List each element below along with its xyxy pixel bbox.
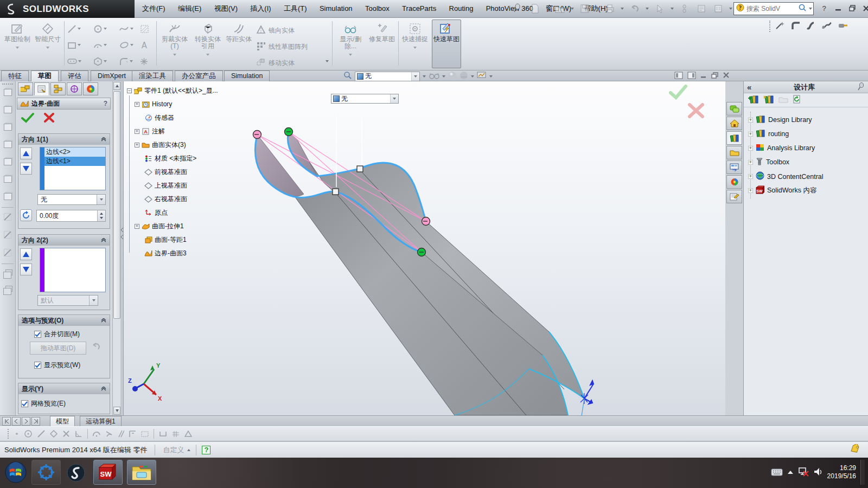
menu-routing[interactable]: Routing: [444, 0, 479, 17]
route-electrical-icon[interactable]: [838, 21, 848, 32]
tab-sketch[interactable]: 草图: [31, 70, 59, 81]
route-elbow-icon[interactable]: [791, 21, 801, 32]
menu-insert[interactable]: 插入(I): [245, 0, 276, 17]
save-icon[interactable]: [579, 3, 591, 15]
network-disconnected-icon[interactable]: [798, 467, 809, 478]
print-icon[interactable]: [604, 3, 616, 15]
doc-minimize-icon[interactable]: [700, 72, 707, 80]
snap-midpoint-icon[interactable]: [50, 430, 58, 438]
dir2-move-up-button[interactable]: [20, 248, 32, 260]
tip-constraint-arrows[interactable]: [580, 381, 593, 415]
taskbar-explorer-icon[interactable]: [127, 460, 156, 485]
snap-arc-icon[interactable]: [93, 430, 100, 438]
scroll-down-button[interactable]: [113, 407, 120, 415]
prev-tab-button[interactable]: [12, 417, 21, 426]
expand-box[interactable]: +: [748, 132, 753, 137]
view-orientation-icon[interactable]: [4, 89, 12, 96]
snap-grid-icon[interactable]: [172, 431, 180, 438]
start-button[interactable]: [4, 461, 27, 485]
move-up-button[interactable]: [20, 147, 32, 159]
tree-item-annotations[interactable]: + A 注解: [135, 126, 165, 136]
pin-menu-icon[interactable]: [513, 3, 521, 15]
appearances-tab[interactable]: [726, 175, 742, 189]
direction1-selection-list[interactable]: 边线<2> 边线<1>: [40, 147, 106, 190]
snap-center-icon[interactable]: [24, 429, 33, 438]
app-help-icon[interactable]: ?: [817, 3, 831, 14]
view-top-icon[interactable]: [4, 176, 12, 183]
scene-sphere-icon[interactable]: [459, 71, 468, 81]
move-down-button[interactable]: [20, 163, 32, 175]
show-desktop-button[interactable]: [860, 460, 865, 485]
search-magnifier-icon[interactable]: [799, 4, 807, 14]
fillet-tool-icon[interactable]: [119, 56, 133, 67]
mirror-entities-button[interactable]: 镜向实体: [256, 23, 295, 37]
rapid-sketch-button[interactable]: 快速草图: [432, 20, 461, 68]
search-options-caret[interactable]: [809, 8, 812, 10]
view-palette-tab[interactable]: [726, 160, 742, 174]
custom-properties-tab[interactable]: [726, 190, 742, 203]
smart-dimension-button[interactable]: 智能尺寸: [34, 20, 62, 68]
expand-box[interactable]: +: [748, 146, 753, 151]
show-preview-row[interactable]: 显示预览(W): [34, 361, 80, 370]
ime-keyboard-icon[interactable]: [771, 467, 783, 478]
show-preview-checkbox[interactable]: [34, 362, 41, 369]
snap-dashed-icon[interactable]: [141, 431, 149, 438]
scroll-up-button[interactable]: [113, 82, 120, 90]
design-library-tab[interactable]: [726, 131, 742, 145]
route-spline-icon[interactable]: [806, 21, 816, 32]
mesh-preview-row[interactable]: 网格预览(E): [21, 399, 66, 408]
model-canvas[interactable]: Y X Z: [124, 81, 725, 415]
display-header[interactable]: 显示(Y): [18, 383, 110, 394]
add-sketch-icon[interactable]: [4, 231, 11, 239]
snap-tangent-icon[interactable]: [105, 430, 113, 438]
tab-evaluate[interactable]: 评估: [61, 70, 88, 81]
menu-simulation[interactable]: Simulation: [314, 0, 358, 17]
menu-traceparts[interactable]: TraceParts: [397, 0, 442, 17]
appearance-combo[interactable]: 无: [355, 72, 420, 81]
file-explorer-tab[interactable]: [726, 146, 742, 159]
add-file-location-icon[interactable]: [763, 95, 774, 105]
shaded-sphere-icon[interactable]: [448, 71, 457, 81]
convert-entities-button[interactable]: 转换实体引用: [192, 20, 224, 68]
draft-angle-spinner[interactable]: 0.00度: [36, 210, 106, 222]
floating-condition-combo[interactable]: 无: [331, 94, 399, 104]
last-tab-button[interactable]: [31, 417, 40, 426]
direction2-header[interactable]: 方向 2(2): [18, 235, 110, 246]
snap-angle-icon[interactable]: [75, 430, 82, 438]
pm-scrollbar[interactable]: [112, 81, 120, 415]
volume-icon[interactable]: [813, 467, 823, 478]
minimize-icon[interactable]: [831, 3, 845, 14]
view-right-icon[interactable]: [4, 158, 12, 165]
lib-item-3dcontentcentral[interactable]: + 3D ContentCentral: [748, 171, 824, 182]
ellipse-tool-icon[interactable]: [119, 40, 133, 50]
lib-item-analysis-library[interactable]: + Analysis Library: [748, 143, 815, 153]
properties-icon[interactable]: [695, 3, 707, 15]
expand-box[interactable]: +: [748, 174, 753, 179]
taskbar-clock[interactable]: 16:29 2019/5/16: [827, 464, 856, 480]
resources-tab[interactable]: [726, 102, 742, 115]
model-tab[interactable]: 模型: [50, 416, 75, 426]
line-tool-icon[interactable]: [67, 23, 81, 34]
doc-close-icon[interactable]: [723, 72, 730, 80]
view-front-icon[interactable]: [4, 106, 12, 113]
view-settings-glasses-icon[interactable]: [429, 72, 439, 81]
edge-item-selected[interactable]: 边线<1>: [44, 157, 105, 166]
move-sketch-icon[interactable]: [4, 249, 11, 256]
home-tab[interactable]: [726, 117, 742, 130]
collapse-box[interactable]: −: [127, 88, 132, 93]
snap-perpendicular-icon[interactable]: [129, 431, 136, 438]
zoom-magnifier-icon[interactable]: [343, 71, 352, 81]
offset-entities-button[interactable]: 等距实体: [226, 20, 252, 68]
tree-item-surface-bodies[interactable]: + 曲面实体(3): [135, 140, 186, 150]
tray-expand-icon[interactable]: [787, 468, 794, 476]
propertymanager-tab[interactable]: [34, 82, 49, 95]
pm-help[interactable]: ?: [104, 100, 107, 107]
view-isometric-icon[interactable]: [4, 193, 12, 200]
tree-item-front-plane[interactable]: 前视基准面: [144, 167, 187, 177]
cancel-x-icon[interactable]: [44, 113, 55, 124]
tree-item-history[interactable]: + History: [135, 99, 172, 109]
first-tab-button[interactable]: [2, 417, 11, 426]
ok-check-icon[interactable]: [21, 112, 34, 125]
lib-item-solidworks-content[interactable]: + SW SolidWorks 内容: [748, 185, 816, 196]
lib-item-routing[interactable]: + routing: [748, 129, 789, 139]
